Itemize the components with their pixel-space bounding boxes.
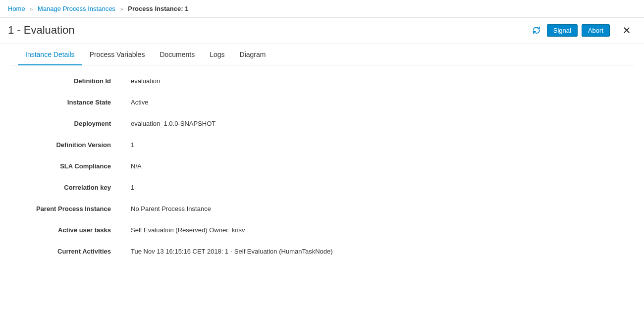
detail-row-correlation-key: Correlation key 1: [18, 184, 626, 191]
breadcrumb-separator-icon: »: [30, 6, 33, 12]
detail-row-active-user-tasks: Active user tasks Self Evaluation (Reser…: [18, 226, 626, 234]
breadcrumb: Home » Manage Process Instances » Proces…: [0, 0, 644, 18]
breadcrumb-home[interactable]: Home: [8, 5, 25, 12]
abort-button[interactable]: Abort: [582, 24, 610, 37]
detail-row-sla-compliance: SLA Compliance N/A: [18, 162, 626, 170]
tab-instance-details[interactable]: Instance Details: [18, 45, 82, 65]
detail-value: Tue Nov 13 16:15:16 CET 2018: 1 - Self E…: [117, 248, 626, 255]
tab-process-variables[interactable]: Process Variables: [82, 45, 153, 65]
page-title: 1 - Evaluation: [8, 24, 75, 37]
detail-value: 1: [117, 184, 626, 191]
detail-row-definition-id: Definition Id evaluation: [18, 77, 626, 85]
detail-value: N/A: [117, 162, 626, 170]
detail-value: evaluation_1.0.0-SNAPSHOT: [117, 120, 626, 127]
detail-value: No Parent Process Instance: [117, 205, 626, 212]
detail-label: Correlation key: [18, 184, 117, 191]
instance-details-panel: Definition Id evaluation Instance State …: [0, 65, 644, 281]
detail-value: Self Evaluation (Reserved) Owner: krisv: [117, 226, 626, 234]
detail-label: Definition Id: [18, 77, 117, 85]
detail-row-definition-version: Definition Version 1: [18, 141, 626, 149]
action-buttons: Signal Abort: [547, 24, 610, 37]
tab-documents[interactable]: Documents: [152, 45, 202, 65]
breadcrumb-separator-icon: »: [120, 6, 123, 12]
detail-label: Definition Version: [18, 141, 117, 149]
detail-label: Active user tasks: [18, 226, 117, 234]
breadcrumb-manage-process-instances[interactable]: Manage Process Instances: [38, 5, 115, 12]
detail-value: 1: [117, 141, 626, 149]
close-icon[interactable]: [622, 26, 631, 35]
detail-row-current-activities: Current Activities Tue Nov 13 16:15:16 C…: [18, 248, 626, 255]
detail-value: Active: [117, 99, 626, 106]
detail-label: SLA Compliance: [18, 162, 117, 170]
refresh-icon[interactable]: [532, 26, 541, 35]
detail-value: evaluation: [117, 77, 626, 85]
detail-label: Deployment: [18, 120, 117, 127]
detail-row-instance-state: Instance State Active: [18, 99, 626, 106]
tabs: Instance Details Process Variables Docum…: [10, 44, 634, 65]
breadcrumb-current: Process Instance: 1: [128, 5, 188, 12]
page-header: 1 - Evaluation Signal Abort: [0, 18, 644, 44]
header-actions: Signal Abort: [532, 24, 636, 37]
detail-row-deployment: Deployment evaluation_1.0.0-SNAPSHOT: [18, 120, 626, 127]
tab-diagram[interactable]: Diagram: [232, 45, 273, 65]
detail-label: Parent Process Instance: [18, 205, 117, 212]
divider: [616, 25, 616, 36]
tab-logs[interactable]: Logs: [202, 45, 232, 65]
detail-label: Current Activities: [18, 248, 117, 255]
detail-row-parent-process-instance: Parent Process Instance No Parent Proces…: [18, 205, 626, 212]
detail-label: Instance State: [18, 99, 117, 106]
signal-button[interactable]: Signal: [547, 24, 578, 37]
